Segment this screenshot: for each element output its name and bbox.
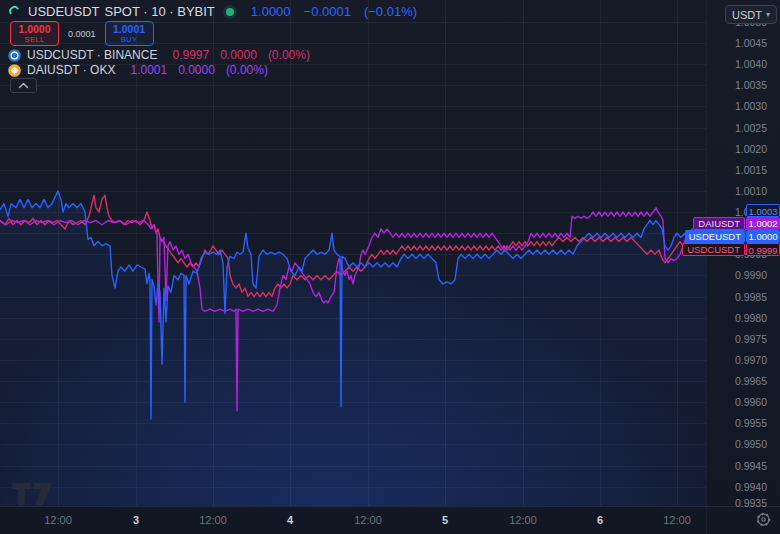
- compare-symbol-name[interactable]: USDCUSDT · BINANCE: [27, 48, 157, 62]
- time-tick-label: 12:00: [663, 514, 691, 526]
- price-tag-usdcusdt[interactable]: USDCUSDT0.9999: [682, 243, 780, 256]
- tradingview-logo[interactable]: [12, 482, 54, 507]
- price-tag-value: 1.0000: [746, 230, 780, 243]
- price-tick-label: 1.0040: [735, 58, 767, 70]
- sell-price: 1.0000: [18, 24, 50, 35]
- price-tick-label: 1.0010: [735, 185, 767, 197]
- price-tag-value: 1.0003: [746, 204, 780, 217]
- market-status-icon[interactable]: [226, 8, 234, 16]
- symbol-details: SPOT · 10 · BYBIT: [105, 4, 215, 19]
- chevron-down-icon: ▾: [766, 10, 770, 19]
- price-tick-label: 0.9940: [735, 481, 767, 493]
- price-tick-label: 0.9955: [735, 417, 767, 429]
- dai-coin-icon: [8, 64, 21, 77]
- compare-row-daiusdt[interactable]: DAIUSDT · OKX 1.0001 0.0000 (0.00%): [8, 63, 268, 77]
- price-tick-label: 0.9965: [735, 375, 767, 387]
- price-tick-label: 1.0030: [735, 100, 767, 112]
- time-tick-label: 6: [597, 514, 603, 526]
- time-tick-label: 4: [287, 514, 293, 526]
- price-tag-value: 0.9999: [746, 243, 780, 256]
- time-axis[interactable]: 12:00312:00412:00512:00612:00: [0, 506, 780, 534]
- price-tick-label: 1.0020: [735, 143, 767, 155]
- currency-dropdown[interactable]: USDT ▾: [725, 5, 777, 24]
- price-tag-label: USDCUSDT: [682, 243, 745, 256]
- time-tick-label: 5: [442, 514, 448, 526]
- time-tick-label: 12:00: [509, 514, 537, 526]
- price-tag-label: USDEUSDT: [685, 230, 745, 243]
- price-tag-daiusdt[interactable]: DAIUSDT1.0002: [693, 217, 780, 230]
- gear-icon[interactable]: [756, 512, 771, 527]
- collapse-legend-button[interactable]: [10, 78, 37, 93]
- price-tick-label: 0.9980: [735, 312, 767, 324]
- usde-coin-icon: [8, 5, 21, 18]
- usdc-coin-icon: [8, 49, 21, 62]
- compare-change-percent: (0.00%): [268, 48, 310, 62]
- buy-price: 1.0001: [113, 24, 145, 35]
- price-tick-label: 0.9970: [735, 354, 767, 366]
- currency-label: USDT: [732, 9, 762, 21]
- buy-button[interactable]: 1.0001 BUY: [105, 21, 154, 46]
- price-tick-label: 1.0045: [735, 37, 767, 49]
- time-tick-label: 12:00: [354, 514, 382, 526]
- compare-change-percent: (0.00%): [226, 63, 268, 77]
- price-tag-ask[interactable]: 1.0003: [746, 204, 780, 217]
- spread-value: 0.0001: [68, 29, 96, 39]
- symbol-name[interactable]: USDEUSDT: [28, 4, 100, 19]
- price-tag-usdeusdt[interactable]: USDEUSDT1.0000: [685, 230, 780, 243]
- price-tick-label: 0.9975: [735, 333, 767, 345]
- trade-buttons-row: 1.0000 SELL 0.0001 1.0001 BUY: [10, 21, 154, 46]
- price-change-percent: (−0.01%): [364, 4, 417, 19]
- price-tick-label: 1.0015: [735, 164, 767, 176]
- price-tick-label: 1.0025: [735, 122, 767, 134]
- price-tick-label: 0.9985: [735, 291, 767, 303]
- price-tag-value: 1.0002: [746, 217, 780, 230]
- chevron-up-icon: [18, 82, 29, 89]
- price-change: −0.0001: [304, 4, 351, 19]
- compare-row-usdcusdt[interactable]: USDCUSDT · BINANCE 0.9997 0.0000 (0.00%): [8, 48, 310, 62]
- price-tick-label: 0.9945: [735, 460, 767, 472]
- tradingview-chart-window: USDEUSDT SPOT · 10 · BYBIT 1.0000 −0.000…: [0, 0, 780, 534]
- time-tick-label: 12:00: [44, 514, 72, 526]
- symbol-title[interactable]: USDEUSDT SPOT · 10 · BYBIT: [28, 4, 215, 19]
- last-price: 1.0000: [251, 4, 291, 19]
- price-tick-label: 0.9990: [735, 269, 767, 281]
- sell-label: SELL: [25, 36, 45, 44]
- compare-last: 1.0001: [130, 63, 167, 77]
- buy-label: BUY: [121, 36, 138, 44]
- compare-change: 0.0000: [178, 63, 215, 77]
- compare-symbol-name[interactable]: DAIUSDT · OKX: [27, 63, 115, 77]
- sell-button[interactable]: 1.0000 SELL: [10, 21, 59, 46]
- time-tick-label: 3: [133, 514, 139, 526]
- price-tick-label: 0.9960: [735, 396, 767, 408]
- price-tick-label: 1.0035: [735, 79, 767, 91]
- compare-change: 0.0000: [220, 48, 257, 62]
- time-tick-label: 12:00: [199, 514, 227, 526]
- price-axis[interactable]: 1.00501.00451.00401.00351.00301.00251.00…: [706, 0, 780, 534]
- main-symbol-row[interactable]: USDEUSDT SPOT · 10 · BYBIT 1.0000 −0.000…: [8, 4, 417, 19]
- price-tag-label: DAIUSDT: [693, 217, 745, 230]
- price-tick-label: 0.9950: [735, 438, 767, 450]
- compare-last: 0.9997: [172, 48, 209, 62]
